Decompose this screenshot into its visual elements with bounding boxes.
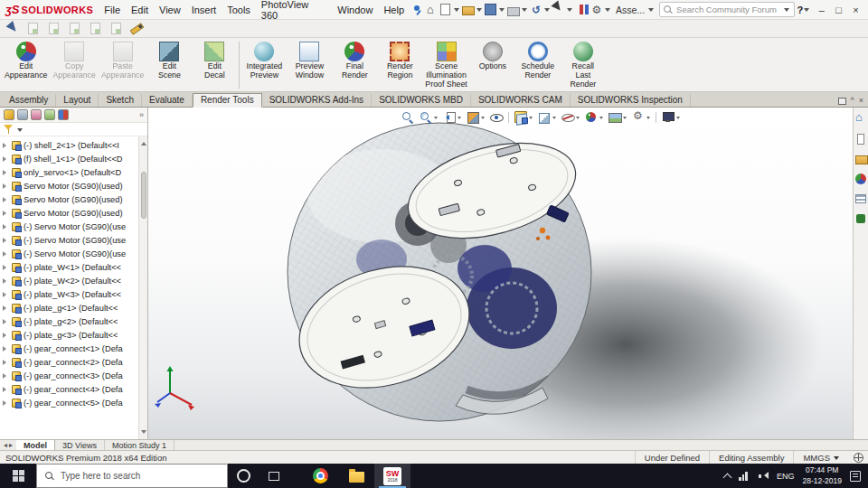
action-center-icon[interactable] xyxy=(850,471,861,482)
taskbar-clock[interactable]: 07:44 PM 28-12-2019 xyxy=(803,465,842,485)
home-button[interactable] xyxy=(423,3,438,17)
tree-item[interactable]: (-) gear_connect<5> (Defa xyxy=(1,396,137,409)
close-document-icon[interactable]: × xyxy=(859,97,863,105)
ribbon-edit-appearance[interactable]: Edit Appearance xyxy=(2,39,50,91)
tray-expand-icon[interactable] xyxy=(723,473,732,482)
collapse-ribbon-icon[interactable]: ^ xyxy=(851,97,854,105)
maximize-button[interactable]: □ xyxy=(830,2,847,18)
dynamic-annotation-button[interactable] xyxy=(488,110,505,124)
tab-solidworks-inspection[interactable]: SOLIDWORKS Inspection xyxy=(571,94,691,107)
help-button[interactable]: ? xyxy=(797,5,811,15)
new-doc-button[interactable] xyxy=(439,3,460,17)
viewport[interactable] xyxy=(148,108,853,439)
tree-item[interactable]: (-) plate_g<3> (Default<< xyxy=(1,328,137,342)
expand-caret-icon[interactable] xyxy=(3,373,9,379)
tree-item[interactable]: (-) plate_W<3> (Default<< xyxy=(1,287,137,301)
select-button[interactable] xyxy=(552,3,573,17)
camera-button[interactable] xyxy=(660,110,682,124)
tab-layout[interactable]: Layout xyxy=(56,94,99,107)
community-search[interactable]: Search Community Forum xyxy=(659,2,794,17)
open-button[interactable] xyxy=(461,3,483,17)
expand-caret-icon[interactable] xyxy=(3,360,9,365)
tab-sketch[interactable]: Sketch xyxy=(99,94,142,107)
ribbon-integrated-preview[interactable]: Integrated Preview xyxy=(241,39,287,91)
expand-caret-icon[interactable] xyxy=(3,211,9,216)
taskbar-search[interactable]: Type here to search xyxy=(36,464,228,488)
tree-item[interactable]: (f) shell_1<1> (Default<<D xyxy=(1,152,137,165)
configurationmanager-tab-icon[interactable] xyxy=(31,109,42,120)
expand-caret-icon[interactable] xyxy=(3,156,9,162)
ribbon-schedule-render[interactable]: Schedule Render xyxy=(515,39,561,91)
home-tab-icon[interactable] xyxy=(854,113,867,126)
model-3d[interactable] xyxy=(148,108,853,439)
taskbar-app-file-explorer[interactable] xyxy=(338,464,374,488)
ribbon-recall-last-render[interactable]: Recall Last Render xyxy=(561,39,606,91)
settings-button[interactable] xyxy=(590,3,611,17)
tree-item[interactable]: only_servo<1> (Default<D xyxy=(1,165,137,179)
zoom-fit-button[interactable] xyxy=(400,110,416,124)
scrollbar-thumb[interactable] xyxy=(141,172,146,219)
view-settings-button[interactable] xyxy=(630,110,652,124)
ribbon-scene-illumination-proof-sheet[interactable]: Scene Illumination Proof Sheet xyxy=(422,39,469,91)
tree-item[interactable]: (-) Servo Motor (SG90)(use xyxy=(1,247,137,260)
expand-caret-icon[interactable] xyxy=(3,400,9,406)
expand-caret-icon[interactable] xyxy=(3,305,9,311)
files-tab-icon[interactable] xyxy=(854,153,867,165)
menu-photoview-360[interactable]: PhotoView 360 xyxy=(256,0,332,23)
tree-item[interactable]: Servo Motor (SG90)(used) xyxy=(1,206,137,220)
undo-button[interactable] xyxy=(529,3,551,17)
menu-edit[interactable]: Edit xyxy=(126,3,154,17)
expand-caret-icon[interactable] xyxy=(3,143,9,148)
globe-icon[interactable] xyxy=(854,453,863,463)
restore-panel-icon[interactable] xyxy=(838,98,846,105)
tree-item[interactable]: (-) plate_g<1> (Default<< xyxy=(1,301,137,314)
edit-appearance-button[interactable] xyxy=(583,110,605,124)
doc-tab-model[interactable]: Model xyxy=(16,440,55,450)
expand-caret-icon[interactable] xyxy=(3,333,9,338)
taskbar-app-solidworks[interactable]: SW2018 xyxy=(374,464,410,488)
tree-filter-row[interactable] xyxy=(0,123,147,136)
tree-item[interactable]: (-) Servo Motor (SG90)(use xyxy=(1,220,137,233)
tree-item[interactable]: (-) gear_connect<4> (Defa xyxy=(1,382,137,396)
displaymanager-tab-icon[interactable] xyxy=(58,109,69,120)
tab-evaluate[interactable]: Evaluate xyxy=(142,94,193,107)
tab-render-tools[interactable]: Render Tools xyxy=(193,93,262,108)
expand-caret-icon[interactable] xyxy=(3,265,9,270)
expand-caret-icon[interactable] xyxy=(3,346,9,352)
close-button[interactable]: × xyxy=(847,2,864,18)
ribbon-render-region[interactable]: Render Region xyxy=(377,39,422,91)
ribbon-edit-scene[interactable]: Edit Scene xyxy=(146,39,192,91)
print-button[interactable] xyxy=(506,3,528,17)
scroll-down-icon[interactable] xyxy=(141,430,146,436)
pencil-icon[interactable] xyxy=(129,22,144,35)
expand-caret-icon[interactable] xyxy=(3,319,9,324)
tree-item[interactable]: (-) plate_W<2> (Default<< xyxy=(1,274,137,287)
ribbon-edit-decal[interactable]: Edit Decal xyxy=(192,39,237,91)
resources-button[interactable] xyxy=(574,3,589,17)
network-icon[interactable] xyxy=(739,472,750,481)
start-button[interactable] xyxy=(0,464,36,488)
ribbon-preview-window[interactable]: Preview Window xyxy=(287,39,332,91)
expand-caret-icon[interactable] xyxy=(3,170,9,175)
menu-window[interactable]: Window xyxy=(332,3,378,17)
tree-item[interactable]: Servo Motor (SG90)(used) xyxy=(1,179,137,192)
volume-icon[interactable] xyxy=(759,471,769,481)
forum-tab-icon[interactable] xyxy=(854,212,867,225)
dimxpertmanager-tab-icon[interactable] xyxy=(44,109,55,120)
scroll-right-icon[interactable]: ▸ xyxy=(9,441,13,449)
expand-caret-icon[interactable] xyxy=(3,224,9,230)
tree-item[interactable]: (-) gear_connect<2> (Defa xyxy=(1,355,137,369)
view-orientation-button[interactable] xyxy=(513,110,534,124)
tab-solidworks-add-ins[interactable]: SOLIDWORKS Add-Ins xyxy=(262,94,372,107)
doc-tab-motion-study-1[interactable]: Motion Study 1 xyxy=(105,440,175,450)
propertymanager-tab-icon[interactable] xyxy=(17,109,28,120)
scroll-up-icon[interactable] xyxy=(141,139,146,145)
expand-caret-icon[interactable] xyxy=(3,183,9,189)
knowledge-tab-icon[interactable] xyxy=(854,133,867,145)
task-view-button[interactable] xyxy=(259,464,289,488)
panel-overflow-chevron-icon[interactable]: » xyxy=(139,110,144,119)
zoom-area-button[interactable] xyxy=(418,110,439,124)
cortana-button[interactable] xyxy=(228,464,259,488)
tree-item[interactable]: (-) Servo Motor (SG90)(use xyxy=(1,233,137,247)
tree-item[interactable]: (-) gear_connect<3> (Defa xyxy=(1,369,137,382)
